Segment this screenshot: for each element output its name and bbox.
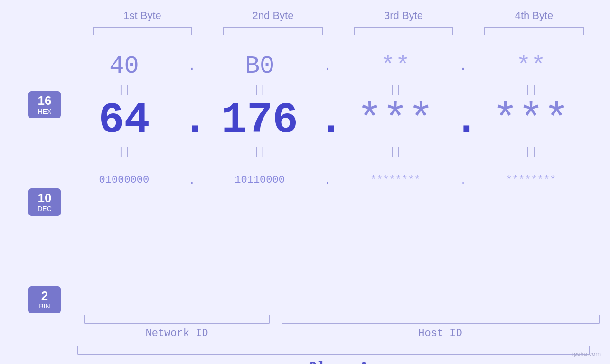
dec-row: 64 . 176 . *** . *** (66, 97, 589, 144)
eq4: || (474, 84, 588, 96)
bottom-brackets-row (77, 315, 600, 324)
hex-dot2: . (318, 59, 337, 74)
bracket-top-4 (484, 27, 584, 35)
bracket-top-3 (354, 27, 453, 35)
class-label: Class A (308, 359, 368, 364)
hex-b1: 40 (67, 52, 181, 80)
hex-dot1: . (182, 59, 201, 74)
dec-dot2: . (318, 96, 337, 145)
bin-b2: 10110000 (203, 174, 317, 186)
hex-row: 40 . B0 . ** . ** (66, 49, 589, 83)
eq8: || (474, 146, 588, 158)
host-id-label: Host ID (282, 327, 600, 339)
equals-row: || || || || (66, 83, 589, 97)
class-section: Class A (77, 346, 600, 364)
bracket-host (282, 315, 600, 324)
dec-b1: 64 (67, 96, 181, 145)
byte3-header: 3rd Byte (347, 9, 460, 22)
bin-dot2: . (318, 173, 337, 187)
main-container: 1st Byte 2nd Byte 3rd Byte 4th Byte 16 H… (0, 0, 610, 364)
eq7: || (338, 146, 452, 158)
bin-dot3: . (454, 173, 473, 187)
bracket-net (84, 315, 270, 324)
bin-dot1: . (182, 173, 201, 187)
dec-badge: 10 DEC (28, 188, 61, 215)
byte2-header: 2nd Byte (216, 9, 330, 22)
eq2: || (203, 84, 317, 96)
dec-dot3: . (454, 96, 473, 145)
class-bracket (77, 346, 590, 355)
bracket-top-2 (223, 27, 323, 35)
watermark: ipshu.com (572, 350, 601, 357)
eq6: || (203, 146, 317, 158)
hex-dot3: . (454, 59, 473, 74)
id-labels-row: Network ID Host ID (77, 327, 600, 339)
dec-b3: *** (338, 96, 452, 145)
eq1: || (67, 84, 181, 96)
eq3: || (338, 84, 452, 96)
hex-badge: 16 HEX (28, 91, 61, 118)
values-grid: 40 . B0 . ** . ** (66, 40, 610, 313)
bin-b4: ******** (474, 174, 588, 186)
dec-b4: *** (474, 96, 588, 145)
byte1-header: 1st Byte (85, 9, 199, 22)
eq5: || (67, 146, 181, 158)
top-brackets (77, 27, 600, 35)
hex-b2: B0 (203, 52, 317, 80)
dec-b2: 176 (203, 96, 317, 145)
bin-b3: ******** (338, 174, 452, 186)
bin-b1: 01000000 (67, 174, 181, 186)
bin-row: 01000000 . 10110000 . ******** . (66, 163, 589, 196)
hex-b4: ** (474, 52, 588, 80)
bin-badge: 2 BIN (28, 286, 61, 313)
dec-dot1: . (182, 96, 201, 145)
equals-row-2: || || || || (66, 144, 589, 159)
class-label-row: Class A (77, 359, 600, 364)
badges-col: 16 HEX 10 DEC 2 BIN (0, 40, 66, 313)
bracket-top-1 (93, 27, 192, 35)
byte-headers: 1st Byte 2nd Byte 3rd Byte 4th Byte (77, 9, 600, 22)
hex-b3: ** (338, 52, 452, 80)
content-area: 16 HEX 10 DEC 2 BIN 40 . (0, 40, 610, 313)
network-id-label: Network ID (84, 327, 270, 339)
byte4-header: 4th Byte (477, 9, 591, 22)
